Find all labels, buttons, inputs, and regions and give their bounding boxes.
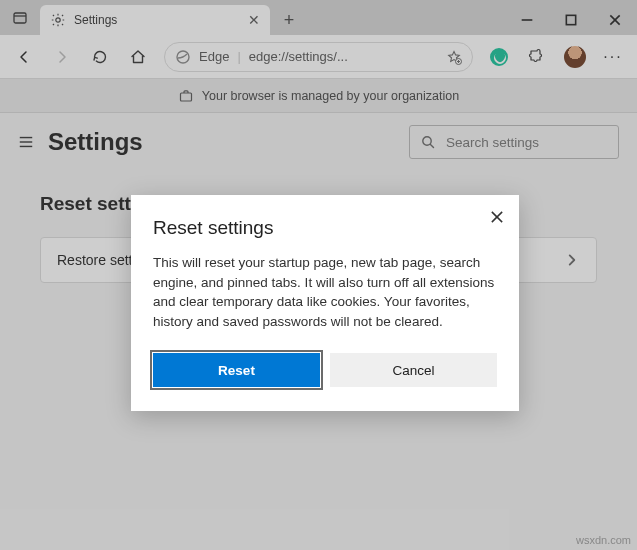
reset-settings-modal: Reset settings This will reset your star… [131, 195, 519, 411]
cancel-button[interactable]: Cancel [330, 353, 497, 387]
reset-button[interactable]: Reset [153, 353, 320, 387]
modal-close-button[interactable] [489, 209, 505, 225]
watermark: wsxdn.com [576, 534, 631, 546]
modal-actions: Reset Cancel [153, 353, 497, 387]
modal-body: This will reset your startup page, new t… [153, 253, 497, 331]
modal-title: Reset settings [153, 217, 497, 239]
